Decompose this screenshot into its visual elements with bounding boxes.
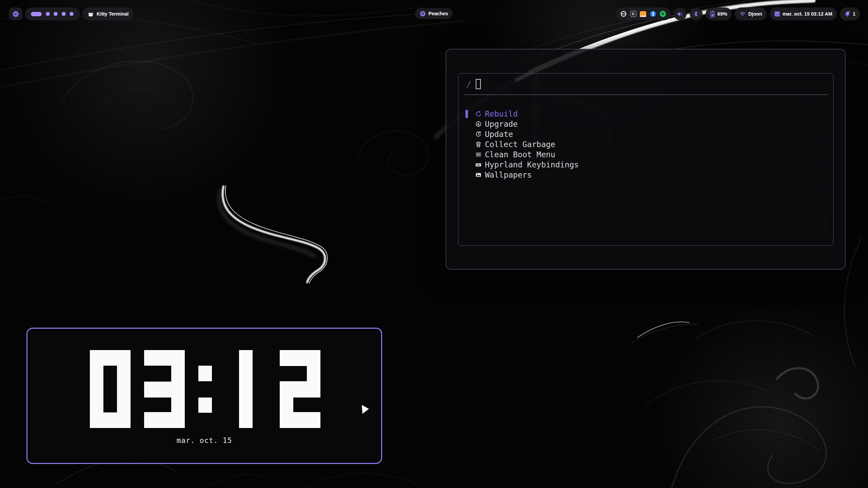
bluetooth-icon [694,11,698,17]
launcher-menu-panel: / Rebuild Upgrade [458,73,833,246]
menu-item-label: Clean Boot Menu [485,150,555,159]
menu-item-label: Upgrade [485,120,518,128]
workspace-dot-4[interactable] [62,12,66,16]
datetime-indicator[interactable]: mar. oct. 15 03:12 AM [770,7,837,20]
folder-icon[interactable] [640,11,647,17]
search-input[interactable]: / [464,74,827,95]
menu-item-update[interactable]: Update [458,129,833,139]
clock-date: mar. oct. 15 [27,436,381,445]
workspace-indicator [25,7,80,20]
system-tray: K [616,7,671,20]
bluetooth-button[interactable] [690,7,703,20]
media-track-label: Peaches [428,11,448,16]
menu-item-label: Wallpapers [485,170,532,179]
disc-indicator-icon[interactable] [620,11,627,17]
bluetooth-tray-icon[interactable] [650,11,656,17]
menu-item-label: Collect Garbage [485,140,555,149]
network-indicator[interactable]: Djoon [735,7,767,20]
menu-item-label: Update [485,130,513,139]
bell-icon [844,11,850,17]
menu-item-label: Rebuild [485,109,518,118]
clock-widget: mar. oct. 15 [26,328,382,464]
battery-indicator[interactable]: 69% [706,7,732,20]
launcher-menu-window: / Rebuild Upgrade [446,49,846,270]
spotify-icon [420,11,426,17]
image-icon [475,171,482,178]
keyboard-icon [475,161,482,168]
k-app-icon[interactable]: K [630,11,637,17]
topbar-right-cluster: K [616,7,860,20]
menu-item-collect-garbage[interactable]: Collect Garbage [458,139,833,149]
search-prompt: / [466,79,471,89]
battery-icon [710,11,715,18]
trash-icon [475,141,482,148]
selection-bar [466,110,468,118]
workspace-active-pill[interactable] [31,12,42,16]
list-icon [475,151,482,158]
notifications-indicator[interactable]: 1 [840,7,860,20]
menu-item-upgrade[interactable]: Upgrade [458,119,833,129]
datetime-label: mar. oct. 15 03:12 AM [783,11,832,17]
spotify-tray-icon[interactable] [659,11,666,17]
menu-list: Rebuild Upgrade Update [458,95,833,180]
menu-item-wallpapers[interactable]: Wallpapers [458,170,833,180]
media-player-pill[interactable]: Peaches [415,8,453,19]
menu-item-clean-boot-menu[interactable]: Clean Boot Menu [458,149,833,160]
calendar-icon [774,11,780,17]
mouse-cursor [361,405,370,415]
rotate-cw-icon [475,110,482,117]
focused-window-label: Kitty Terminal [97,11,129,17]
text-cursor [476,79,481,89]
k-app-glyph: K [630,11,636,17]
digital-time-display [90,350,320,428]
menu-item-label: Hyprland Keybindings [485,160,579,169]
menu-item-hyprland-keybindings[interactable]: Hyprland Keybindings [458,160,833,170]
notification-count: 1 [853,11,855,17]
gear-flower-icon [12,10,20,18]
workspace-dot-5[interactable] [70,12,74,16]
arrow-down-circle-icon [475,121,482,127]
top-bar: Kitty Terminal Peaches K [0,0,868,27]
battery-percent: 69% [717,11,727,17]
workspace-dot-3[interactable] [54,12,58,16]
launcher-button[interactable] [9,7,22,20]
clock-refresh-icon [475,131,482,138]
network-ssid: Djoon [748,11,762,17]
menu-item-rebuild[interactable]: Rebuild [458,109,833,119]
cat-icon [87,11,94,17]
wifi-icon [739,11,746,17]
volume-button[interactable] [674,7,687,20]
workspace-dot-2[interactable] [46,12,50,16]
focused-window-title[interactable]: Kitty Terminal [82,7,134,20]
speaker-icon [677,11,683,17]
